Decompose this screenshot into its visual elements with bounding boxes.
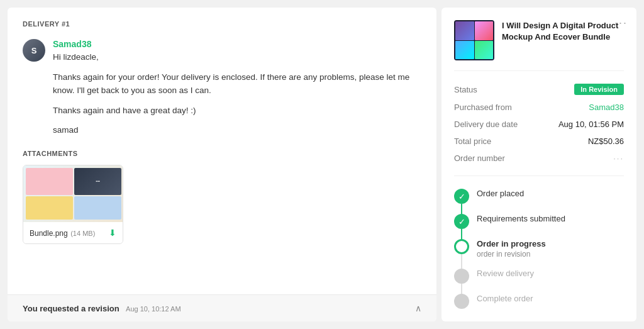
step-label-0: Order placed [477, 189, 624, 198]
thumb-item-3 [26, 196, 73, 220]
progress-section: ✓ Order placed ✓ Requirements submitted … [454, 186, 624, 309]
order-number-value: ··· [613, 153, 624, 163]
download-icon[interactable]: ⬇ [109, 228, 116, 238]
step-label-3: Review delivery [477, 269, 624, 278]
step-icon-2 [454, 239, 469, 254]
revision-text: You requested a revision [23, 304, 119, 313]
delivery-due-label: Delivery due date [454, 120, 518, 129]
step-content-3: Review delivery [477, 269, 624, 278]
step-content-0: Order placed [477, 189, 624, 198]
total-price-row: Total price NZ$50.36 [454, 137, 624, 146]
revision-date: Aug 10, 10:12 AM [126, 305, 180, 313]
avatar: S [23, 39, 45, 62]
attachment-filename-group: Bundle.png (14 MB) [30, 227, 95, 238]
delivery-due-value: Aug 10, 01:56 PM [558, 120, 624, 129]
step-icon-3 [454, 269, 469, 284]
step-4: Complete order [454, 294, 624, 309]
step-3: Review delivery [454, 269, 624, 284]
step-2: Order in progress order in revision [454, 239, 624, 259]
status-badge: In Revision [574, 84, 624, 95]
sender-name: Samad38 [53, 39, 421, 49]
order-details: Status In Revision Purchased from Samad3… [454, 84, 624, 163]
step-sublabel-2: order in revision [477, 250, 624, 259]
delivery-due-row: Delivery due date Aug 10, 01:56 PM [454, 120, 624, 129]
attachments-label: ATTACHMENTS [23, 150, 421, 157]
gig-thumb-c1 [455, 21, 474, 40]
purchased-from-value: Samad38 [589, 103, 624, 112]
gig-thumb-c4 [475, 41, 494, 60]
total-price-label: Total price [454, 137, 491, 146]
attachment-thumbnail: ▪▪▪ [23, 165, 123, 222]
message-sign: samad [53, 123, 421, 137]
message-section: S Samad38 Hi lizdeacle, Thanks again for… [23, 39, 421, 137]
step-label-2: Order in progress [477, 239, 624, 248]
step-content-4: Complete order [477, 294, 624, 303]
message-text: Hi lizdeacle, Thanks again for your orde… [53, 50, 421, 137]
thumb-item-4 [74, 196, 121, 220]
step-label-4: Complete order [477, 294, 624, 303]
order-number-label: Order number [454, 153, 505, 163]
purchased-from-label: Purchased from [454, 103, 512, 112]
step-icon-0: ✓ [454, 189, 469, 204]
step-content-2: Order in progress order in revision [477, 239, 624, 259]
attachment-size: (14 MB) [70, 230, 95, 237]
message-body-text: Thanks again for your order! Your delive… [53, 70, 421, 98]
more-options-icon[interactable]: ··· [614, 16, 628, 30]
step-0: ✓ Order placed [454, 189, 624, 204]
revision-bar: You requested a revision Aug 10, 10:12 A… [8, 294, 436, 321]
gig-thumbnail [454, 20, 494, 60]
step-content-1: Requirements submitted [477, 214, 624, 223]
main-container: DELIVERY #1 S Samad38 Hi lizdeacle, Than… [0, 0, 644, 329]
message-body-text-2: Thanks again and have a great day! :) [53, 104, 421, 118]
purchased-from-row: Purchased from Samad38 [454, 103, 624, 112]
message-greeting: Hi lizdeacle, [53, 50, 421, 64]
gig-thumb-c3 [455, 41, 474, 60]
attachments-section: ATTACHMENTS ▪▪▪ Bundle.png (14 [23, 150, 421, 247]
divider [454, 176, 624, 176]
step-icon-1: ✓ [454, 214, 469, 229]
gig-title: I Will Design A Digital Product Mockup A… [502, 20, 624, 60]
right-panel: ··· I Will Design A Digital Product Mock… [441, 8, 636, 321]
message-body: Samad38 Hi lizdeacle, Thanks again for y… [53, 39, 421, 137]
total-price-value: NZ$50.36 [588, 137, 624, 146]
thumb-grid: ▪▪▪ [23, 165, 123, 222]
order-number-row: Order number ··· [454, 153, 624, 163]
status-label: Status [454, 85, 477, 94]
revision-text-group: You requested a revision Aug 10, 10:12 A… [23, 303, 181, 314]
delivery-header: DELIVERY #1 [23, 20, 421, 28]
attachment-filename: Bundle.png [30, 229, 68, 238]
thumb-item-1 [26, 168, 73, 195]
gig-section: I Will Design A Digital Product Mockup A… [454, 20, 624, 71]
step-icon-4 [454, 294, 469, 309]
thumb-item-2: ▪▪▪ [74, 168, 121, 195]
attachment-card: ▪▪▪ Bundle.png (14 MB) ⬇ [23, 165, 123, 244]
step-label-1: Requirements submitted [477, 214, 624, 223]
left-panel: DELIVERY #1 S Samad38 Hi lizdeacle, Than… [8, 8, 436, 321]
attachment-info: Bundle.png (14 MB) ⬇ [23, 222, 123, 243]
status-row: Status In Revision [454, 84, 624, 95]
step-1: ✓ Requirements submitted [454, 214, 624, 229]
gig-thumb-c2 [475, 21, 494, 40]
chevron-up-icon[interactable]: ∧ [415, 303, 421, 313]
